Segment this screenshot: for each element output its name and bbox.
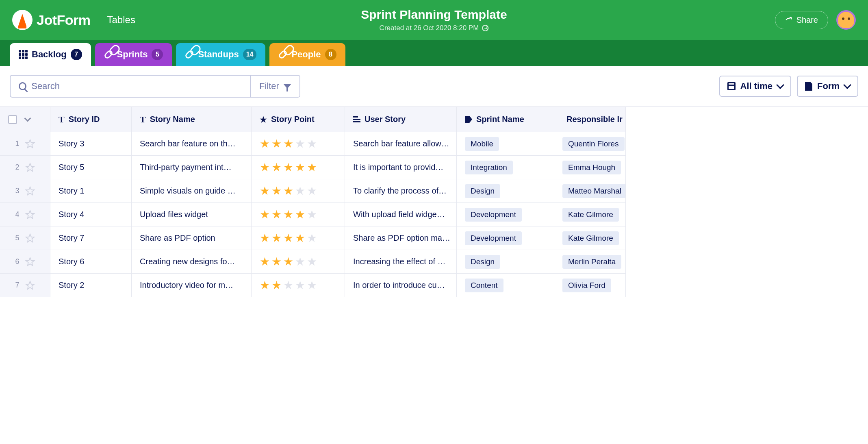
- col-story-point[interactable]: ★Story Point: [252, 107, 345, 132]
- row-num-cell[interactable]: 4: [0, 203, 50, 226]
- tab-people[interactable]: People 8: [269, 43, 345, 66]
- row-num-cell[interactable]: 5: [0, 226, 50, 250]
- row-num-cell[interactable]: 7: [0, 274, 50, 297]
- cell-story-id[interactable]: Story 2: [50, 274, 132, 297]
- star-icon[interactable]: ★: [271, 255, 282, 268]
- header-select[interactable]: [0, 107, 50, 132]
- person-chip[interactable]: Kate Gilmore: [562, 208, 619, 222]
- cell-sprint-name[interactable]: Design: [457, 179, 554, 203]
- person-chip[interactable]: Quentin Flores: [562, 137, 625, 151]
- cell-story-point[interactable]: ★★★★★: [252, 274, 345, 297]
- star-icon[interactable]: ★: [260, 255, 270, 268]
- tab-sprints[interactable]: Sprints 5: [95, 43, 172, 66]
- star-icon[interactable]: ★: [283, 279, 293, 292]
- sprint-chip[interactable]: Development: [465, 208, 522, 222]
- star-icon[interactable]: ★: [260, 184, 270, 198]
- star-icon[interactable]: ★: [260, 231, 270, 245]
- sprint-chip[interactable]: Integration: [465, 161, 513, 174]
- cell-story-id[interactable]: Story 5: [50, 156, 132, 179]
- star-icon[interactable]: ★: [283, 255, 293, 268]
- star-rating[interactable]: ★★★★★: [260, 184, 317, 198]
- filter-button[interactable]: Filter: [250, 76, 299, 97]
- star-icon[interactable]: ★: [283, 208, 293, 221]
- row-num-cell[interactable]: 3: [0, 179, 50, 203]
- cell-story-id[interactable]: Story 7: [50, 226, 132, 250]
- sprint-chip[interactable]: Development: [465, 231, 522, 245]
- col-responsible[interactable]: Responsible Ir: [554, 107, 626, 132]
- cell-responsible[interactable]: Matteo Marshal: [554, 179, 626, 203]
- chevron-down-icon[interactable]: [24, 115, 31, 122]
- cell-story-id[interactable]: Story 1: [50, 179, 132, 203]
- cell-story-name[interactable]: Upload files widget: [132, 203, 252, 226]
- person-chip[interactable]: Matteo Marshal: [562, 184, 626, 198]
- star-icon[interactable]: ★: [271, 279, 282, 292]
- star-icon[interactable]: ★: [295, 161, 305, 174]
- cell-story-id[interactable]: Story 4: [50, 203, 132, 226]
- cell-story-point[interactable]: ★★★★★: [252, 132, 345, 156]
- cell-sprint-name[interactable]: Development: [457, 226, 554, 250]
- star-icon[interactable]: ★: [295, 208, 305, 221]
- row-num-cell[interactable]: 6: [0, 250, 50, 274]
- star-icon[interactable]: ★: [307, 279, 317, 292]
- cell-story-name[interactable]: Simple visuals on guide …: [132, 179, 252, 203]
- cell-sprint-name[interactable]: Development: [457, 203, 554, 226]
- person-chip[interactable]: Merlin Peralta: [562, 255, 621, 269]
- star-rating[interactable]: ★★★★★: [260, 231, 317, 245]
- star-icon[interactable]: ★: [283, 184, 293, 198]
- col-user-story[interactable]: User Story: [345, 107, 457, 132]
- cell-user-story[interactable]: It is important to provid…: [345, 156, 457, 179]
- star-icon[interactable]: ★: [295, 279, 305, 292]
- star-icon[interactable]: ★: [271, 231, 282, 245]
- logo[interactable]: JotForm: [12, 10, 91, 30]
- cell-responsible[interactable]: Merlin Peralta: [554, 250, 626, 274]
- form-dropdown[interactable]: Form: [797, 76, 858, 97]
- star-icon[interactable]: ★: [307, 184, 317, 198]
- person-chip[interactable]: Olivia Ford: [562, 279, 611, 292]
- star-icon[interactable]: ★: [307, 208, 317, 221]
- star-icon[interactable]: ★: [260, 161, 270, 174]
- star-rating[interactable]: ★★★★★: [260, 137, 317, 150]
- star-rating[interactable]: ★★★★★: [260, 208, 317, 221]
- cell-responsible[interactable]: Quentin Flores: [554, 132, 626, 156]
- avatar[interactable]: [836, 10, 856, 30]
- sprint-chip[interactable]: Design: [465, 184, 500, 198]
- cell-sprint-name[interactable]: Content: [457, 274, 554, 297]
- star-icon[interactable]: ★: [271, 161, 282, 174]
- star-icon[interactable]: ★: [307, 161, 317, 174]
- cell-sprint-name[interactable]: Mobile: [457, 132, 554, 156]
- row-num-cell[interactable]: 2: [0, 156, 50, 179]
- star-icon[interactable]: ★: [283, 137, 293, 150]
- cell-user-story[interactable]: Search bar feature allow…: [345, 132, 457, 156]
- favorite-star-icon[interactable]: [25, 163, 35, 172]
- cell-user-story[interactable]: Increasing the effect of …: [345, 250, 457, 274]
- star-icon[interactable]: ★: [260, 279, 270, 292]
- star-icon[interactable]: ★: [283, 231, 293, 245]
- cell-responsible[interactable]: Olivia Ford: [554, 274, 626, 297]
- sprint-chip[interactable]: Mobile: [465, 137, 499, 151]
- col-story-name[interactable]: TStory Name: [132, 107, 252, 132]
- star-icon[interactable]: ★: [295, 255, 305, 268]
- star-icon[interactable]: ★: [307, 231, 317, 245]
- star-icon[interactable]: ★: [307, 137, 317, 150]
- favorite-star-icon[interactable]: [25, 186, 35, 196]
- cell-story-id[interactable]: Story 3: [50, 132, 132, 156]
- favorite-star-icon[interactable]: [25, 281, 35, 290]
- star-icon[interactable]: ★: [295, 231, 305, 245]
- sprint-chip[interactable]: Content: [465, 279, 503, 292]
- favorite-star-icon[interactable]: [25, 210, 35, 220]
- select-all-checkbox[interactable]: [8, 115, 17, 124]
- star-icon[interactable]: ★: [260, 137, 270, 150]
- cell-user-story[interactable]: In order to introduce cu…: [345, 274, 457, 297]
- star-icon[interactable]: ★: [295, 137, 305, 150]
- col-sprint-name[interactable]: Sprint Name: [457, 107, 554, 132]
- cell-user-story[interactable]: With upload field widge…: [345, 203, 457, 226]
- cell-story-point[interactable]: ★★★★★: [252, 226, 345, 250]
- star-icon[interactable]: ★: [271, 137, 282, 150]
- star-icon[interactable]: ★: [271, 184, 282, 198]
- cell-responsible[interactable]: Kate Gilmore: [554, 203, 626, 226]
- star-rating[interactable]: ★★★★★: [260, 161, 317, 174]
- cell-sprint-name[interactable]: Design: [457, 250, 554, 274]
- sprint-chip[interactable]: Design: [465, 255, 500, 269]
- cell-story-point[interactable]: ★★★★★: [252, 156, 345, 179]
- share-button[interactable]: Share: [775, 11, 828, 29]
